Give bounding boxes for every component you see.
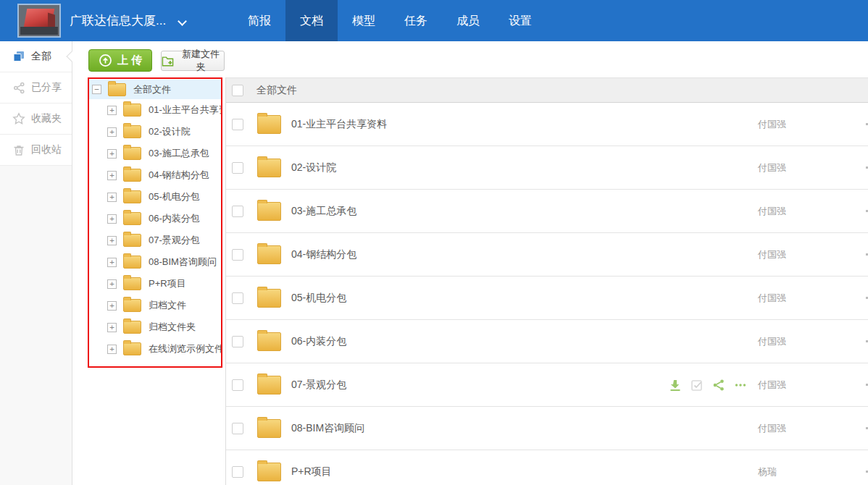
sidebar-item-all[interactable]: 全部 — [0, 41, 72, 72]
tab-文档[interactable]: 文档 — [285, 0, 338, 41]
folder-icon — [257, 159, 281, 177]
tree-item[interactable]: +06-内装分包 — [89, 208, 221, 229]
file-row[interactable]: 02-设计院付国强 — [226, 146, 868, 190]
row-checkbox[interactable] — [232, 466, 243, 478]
new-folder-button[interactable]: 新建文件夹 — [161, 51, 225, 71]
folder-icon — [123, 169, 141, 182]
row-checkbox[interactable] — [232, 423, 243, 434]
expand-icon[interactable]: + — [107, 214, 117, 224]
recycle-bin-icon — [12, 143, 25, 156]
expand-icon[interactable]: + — [107, 345, 117, 354]
tree-item-label: 归档文件夹 — [149, 321, 196, 334]
folder-icon — [123, 321, 141, 334]
tree-item-label: 06-内装分包 — [149, 212, 200, 225]
toolbar: 上 传 新建文件夹 — [72, 41, 868, 77]
select-all-checkbox[interactable] — [232, 85, 243, 96]
folder-icon — [123, 147, 141, 160]
expand-icon[interactable]: + — [107, 127, 117, 137]
tree-item[interactable]: +03-施工总承包 — [89, 143, 221, 164]
file-name[interactable]: P+R项目 — [291, 465, 332, 478]
share-icon[interactable] — [711, 378, 725, 392]
row-checkbox[interactable] — [232, 292, 243, 304]
tab-任务[interactable]: 任务 — [390, 0, 442, 41]
tree-item[interactable]: +P+R项目 — [89, 273, 221, 295]
expand-icon[interactable]: + — [107, 279, 117, 289]
topbar: 广联达信息大厦... 简报文档模型任务成员设置 — [0, 0, 868, 41]
download-icon[interactable] — [668, 378, 682, 392]
row-checkbox[interactable] — [232, 249, 243, 261]
file-name[interactable]: 02-设计院 — [291, 161, 336, 174]
more-icon[interactable] — [733, 378, 747, 392]
folder-icon — [257, 463, 281, 481]
sidebar-item-recycle[interactable]: 回收站 — [0, 135, 72, 166]
row-checkbox[interactable] — [232, 336, 243, 347]
tree-item[interactable]: +02-设计院 — [89, 121, 221, 143]
file-row[interactable]: 01-业主平台共享资料付国强 — [226, 103, 868, 146]
tree-item[interactable]: +01-业主平台共享资料 — [89, 99, 221, 121]
expand-icon[interactable]: + — [107, 323, 117, 332]
folder-tree-panel: − 全部文件 +01-业主平台共享资料+02-设计院+03-施工总承包+04-钢… — [72, 77, 226, 485]
project-title[interactable]: 广联达信息大厦... — [70, 0, 166, 41]
tab-设置[interactable]: 设置 — [494, 0, 546, 41]
expand-icon[interactable]: + — [107, 171, 117, 180]
tab-简报[interactable]: 简报 — [233, 0, 285, 41]
tree-item[interactable]: +07-景观分包 — [89, 229, 221, 251]
tree-item-label: 在线浏览示例文件 — [149, 342, 222, 355]
file-name[interactable]: 08-BIM咨询顾问 — [291, 422, 364, 435]
file-row[interactable]: P+R项目杨瑞 — [226, 450, 868, 485]
file-row[interactable]: 04-钢结构分包付国强 — [226, 233, 868, 277]
expand-icon[interactable]: + — [107, 301, 117, 311]
tree-item-label: 05-机电分包 — [149, 190, 200, 203]
folder-icon — [123, 234, 141, 247]
tree-item-root[interactable]: − 全部文件 — [89, 80, 221, 99]
file-name[interactable]: 06-内装分包 — [291, 335, 346, 348]
favorites-icon — [12, 112, 25, 125]
file-row[interactable]: 06-内装分包付国强 — [226, 320, 868, 363]
file-name[interactable]: 01-业主平台共享资料 — [291, 118, 387, 131]
file-name[interactable]: 03-施工总承包 — [291, 205, 356, 218]
tab-模型[interactable]: 模型 — [338, 0, 390, 41]
tree-item[interactable]: +归档文件夹 — [89, 316, 221, 338]
tree-item-label: 全部文件 — [133, 83, 171, 96]
file-row[interactable]: 08-BIM咨询顾问付国强 — [226, 407, 868, 450]
chevron-down-icon[interactable] — [178, 17, 187, 26]
new-folder-label: 新建文件夹 — [178, 48, 224, 74]
expand-icon[interactable]: + — [107, 258, 117, 267]
expand-icon[interactable]: + — [107, 236, 117, 245]
row-checkbox[interactable] — [232, 379, 243, 391]
row-checkbox[interactable] — [232, 206, 243, 217]
tab-成员[interactable]: 成员 — [442, 0, 494, 41]
row-checkbox[interactable] — [232, 162, 243, 174]
sidebar-item-favorites[interactable]: 收藏夹 — [0, 104, 72, 135]
sidebar-item-shared[interactable]: 已分享 — [0, 72, 72, 104]
file-row[interactable]: 07-景观分包付国强 — [226, 363, 868, 407]
sidebar-item-label: 收藏夹 — [31, 112, 62, 125]
file-row[interactable]: 05-机电分包付国强 — [226, 277, 868, 320]
upload-button[interactable]: 上 传 — [88, 49, 152, 72]
folder-icon — [257, 332, 281, 351]
tree-item-label: 08-BIM咨询顾问 — [149, 256, 217, 269]
tree-item[interactable]: +在线浏览示例文件 — [89, 338, 221, 360]
tree-item-label: 02-设计院 — [149, 125, 191, 138]
expand-icon[interactable]: + — [107, 106, 117, 115]
tree-item[interactable]: +08-BIM咨询顾问 — [89, 251, 221, 273]
owner-name: 付国强 — [758, 379, 786, 392]
file-name[interactable]: 04-钢结构分包 — [291, 248, 356, 261]
owner-name: 付国强 — [758, 248, 786, 261]
expand-icon[interactable]: + — [107, 149, 117, 159]
collapse-icon[interactable]: − — [92, 85, 101, 94]
project-logo[interactable] — [17, 4, 61, 38]
tree-item[interactable]: +归档文件 — [89, 295, 221, 316]
folder-icon — [257, 419, 281, 438]
tree-item[interactable]: +04-钢结构分包 — [89, 164, 221, 186]
file-name[interactable]: 07-景观分包 — [291, 379, 346, 392]
owner-name: 付国强 — [758, 422, 786, 435]
edit-icon[interactable] — [690, 378, 704, 392]
row-checkbox[interactable] — [232, 119, 243, 130]
tree-item[interactable]: +05-机电分包 — [89, 186, 221, 208]
cloud-upload-icon — [99, 54, 112, 67]
file-row[interactable]: 03-施工总承包付国强 — [226, 190, 868, 233]
file-name[interactable]: 05-机电分包 — [291, 292, 346, 305]
expand-icon[interactable]: + — [107, 193, 117, 202]
owner-name: 杨瑞 — [758, 465, 777, 478]
